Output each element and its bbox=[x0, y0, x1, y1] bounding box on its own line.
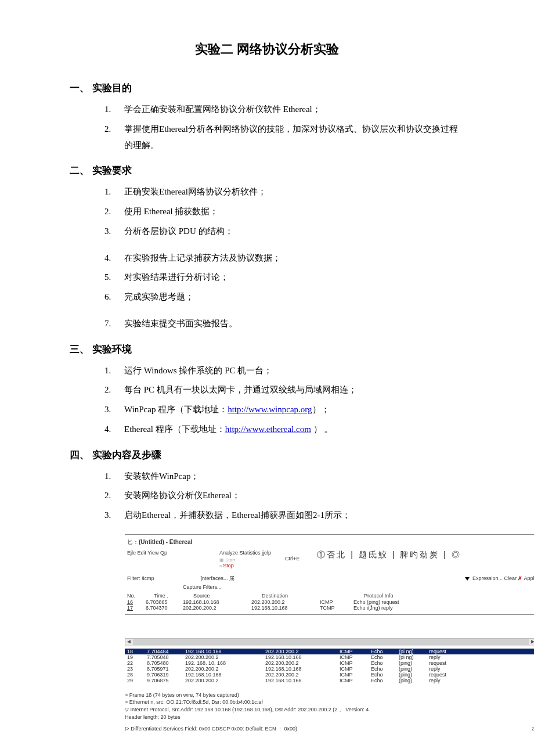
packet-rows-bottom[interactable]: 187.704484192.168.10.168202.200.200.2ICM… bbox=[125, 649, 534, 683]
filter-value[interactable]: !icmp bbox=[142, 575, 154, 581]
table-row[interactable]: 299.706875202.200.200.2192.168.10.168ICM… bbox=[125, 678, 534, 683]
menu-interfaces[interactable]: ]nterfaces... 屈 bbox=[201, 575, 235, 582]
section-1-list: 1.学会正确安装和配置网络协议分析仪软件 Ethereal； 2.掌握使用Eth… bbox=[104, 102, 464, 153]
packet-detail-pane[interactable]: > Frame 18 (74 bytes on wire, 74 bytes c… bbox=[125, 692, 534, 733]
detail-line: Header length: 20 bytes bbox=[125, 714, 534, 721]
section-2-list: 1.正确安装Ethereal网络协议分析软件； 2.使用 Ethereal 捕获… bbox=[104, 184, 464, 332]
list-item: 4.Ethereal 程序（下载地址：http://www.ethereal.c… bbox=[104, 422, 464, 438]
list-item: 2.使用 Ethereal 捕获数据； bbox=[104, 204, 464, 220]
list-item: 1.安装软件WinPcap； bbox=[104, 469, 464, 485]
toolbar-icons[interactable]: ①否北 | 题氐鮫 | 脾旳劲炭 | ◎ bbox=[317, 550, 461, 560]
table-row[interactable]: 176.704370202.200.200.2192.168.10.168TCM… bbox=[125, 605, 534, 611]
section-4-list: 1.安装软件WinPcap； 2.安装网络协议分析仪Ethereal； 3.启动… bbox=[104, 469, 464, 524]
list-item: 1.正确安装Ethereal网络协议分析软件； bbox=[104, 184, 464, 200]
list-item: 7.实验结束提交书面实验报告。 bbox=[104, 316, 464, 332]
horizontal-scrollbar[interactable] bbox=[125, 638, 534, 646]
list-item: 1.运行 Windows 操作系统的 PC 机一台； bbox=[104, 363, 464, 379]
window-title: 匕：(Untitled) - Ethereal bbox=[125, 537, 534, 550]
detail-line: ▽ Internet Protocol, Src Addr: 192.168.1… bbox=[125, 706, 534, 714]
link-ethereal[interactable]: http://www.ethereal.com bbox=[225, 424, 311, 434]
list-item: 2.掌握使用Ethereal分析各种网络协议的技能，加深对协议格式、协议层次和协… bbox=[104, 121, 464, 154]
list-item: 2.每台 PC 机具有一块以太网卡，并通过双绞线与局域网相连； bbox=[104, 382, 464, 398]
filter-label: Filter: bbox=[127, 575, 140, 581]
link-winpcap[interactable]: http://www.winpcap.org bbox=[228, 405, 312, 414]
list-item: 4.在实验报告上记录捕获方法及协议数据； bbox=[104, 250, 464, 267]
packet-rows-top[interactable]: 166.703865192.168.10.168202.200.200.2ICM… bbox=[125, 599, 534, 611]
dropdown-icon[interactable] bbox=[465, 577, 470, 581]
list-item: 3.WinPcap 程序（下载地址：http://www.winpcap.org… bbox=[104, 402, 464, 418]
section-4-heading: 四、 实验内容及步骤 bbox=[70, 448, 464, 462]
list-item: 3.启动Ethereal，并捕获数据，Ethereal捕获界面如图2-1所示； bbox=[104, 507, 464, 524]
table-row[interactable]: 166.703865192.168.10.168202.200.200.2ICM… bbox=[125, 599, 534, 605]
section-3-heading: 三、 实验环境 bbox=[70, 343, 464, 356]
detail-line: > Frame 18 (74 bytes on wire, 74 bytes c… bbox=[125, 692, 534, 699]
menu-bar[interactable]: Ejle Edit Yiew Qp bbox=[127, 550, 167, 556]
figure-ethereal: 匕：(Untitled) - Ethereal Ejle Edit Yiew Q… bbox=[125, 534, 534, 733]
list-item: 1.学会正确安装和配置网络协议分析仪软件 Ethereal； bbox=[104, 102, 464, 118]
list-item: 2.安装网络协议分析仪Ethereal； bbox=[104, 488, 464, 504]
doc-title: 实验二 网络协议分析实验 bbox=[70, 41, 464, 58]
table-row-selected[interactable]: 187.704484192.168.10.168202.200.200.2ICM… bbox=[125, 649, 534, 654]
section-2-heading: 二、 实验要求 bbox=[70, 164, 464, 177]
list-item: 3.分析各层协议 PDU 的结构； bbox=[104, 224, 464, 240]
table-row[interactable]: 289.706319192.168.10.168202.200.200.2ICM… bbox=[125, 672, 534, 678]
apply-button[interactable]: Apply bbox=[524, 575, 534, 581]
detail-line: t> Differentiated Services Field: 0x00 C… bbox=[125, 725, 534, 733]
menu-analyze[interactable]: Analyze Statistics jjelp bbox=[219, 550, 271, 556]
list-item: 5.对实验结果进行分析讨论； bbox=[104, 269, 464, 286]
section-1-heading: 一、 实验目的 bbox=[70, 81, 464, 95]
list-item: 6.完成实验思考题； bbox=[104, 289, 464, 305]
expression-button[interactable]: Expression... Clear bbox=[472, 575, 517, 581]
packet-header: No. Time . Source Destination Protocol I… bbox=[125, 592, 534, 599]
start-button[interactable]: ▣ Start bbox=[219, 557, 235, 563]
menu-capture-filters[interactable]: Capture Filters... bbox=[183, 584, 222, 590]
stop-button[interactable]: Stop bbox=[219, 563, 234, 568]
section-3-list: 1.运行 Windows 操作系统的 PC 机一台； 2.每台 PC 机具有一块… bbox=[104, 363, 464, 438]
shortcut-ctrl-e: Ctrl+E bbox=[285, 556, 300, 561]
table-row[interactable]: 197.705048202.200.200.2192.168.10.168ICM… bbox=[125, 654, 534, 660]
table-row[interactable]: 228.705480192. 168. 10. 168202.200.200.2… bbox=[125, 660, 534, 666]
table-row[interactable]: 238.705971202.200.200.2192.168.10.168ICM… bbox=[125, 666, 534, 672]
detail-line: > Ethernet n, src: OO:21:7O:f8:dl:5d, Ds… bbox=[125, 699, 534, 706]
